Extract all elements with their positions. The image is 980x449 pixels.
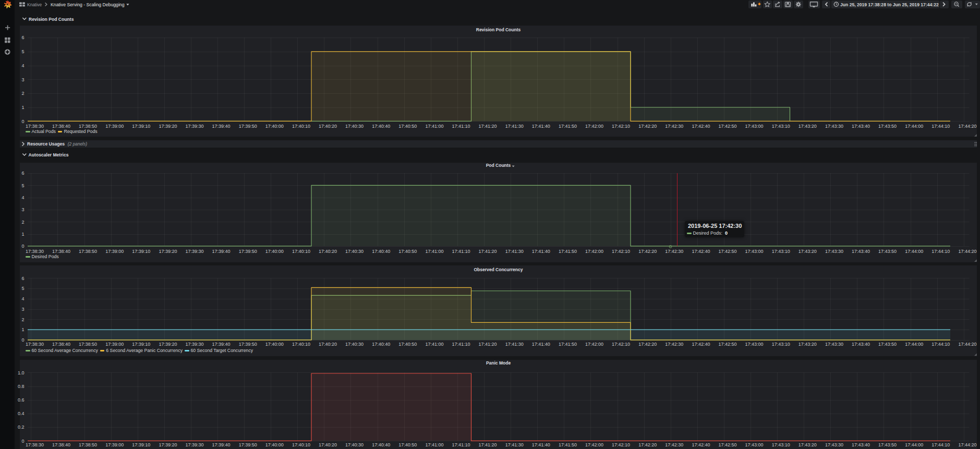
svg-text:1: 1 bbox=[21, 232, 24, 237]
svg-text:17:41:50: 17:41:50 bbox=[559, 342, 577, 347]
svg-text:17:38:30: 17:38:30 bbox=[26, 124, 44, 129]
svg-text:2: 2 bbox=[21, 91, 24, 96]
svg-text:17:39:10: 17:39:10 bbox=[132, 249, 150, 254]
svg-text:17:43:00: 17:43:00 bbox=[745, 249, 764, 254]
svg-text:17:41:40: 17:41:40 bbox=[532, 249, 550, 254]
svg-text:1: 1 bbox=[21, 105, 24, 110]
svg-text:17:42:20: 17:42:20 bbox=[638, 442, 657, 447]
svg-text:17:40:00: 17:40:00 bbox=[265, 442, 284, 447]
svg-text:17:41:20: 17:41:20 bbox=[479, 249, 497, 254]
svg-text:17:40:30: 17:40:30 bbox=[345, 442, 364, 447]
svg-text:17:42:00: 17:42:00 bbox=[585, 442, 603, 447]
svg-text:17:40:50: 17:40:50 bbox=[398, 442, 417, 447]
svg-text:17:39:00: 17:39:00 bbox=[105, 124, 124, 129]
svg-text:17:42:00: 17:42:00 bbox=[585, 124, 603, 129]
svg-text:17:43:30: 17:43:30 bbox=[825, 249, 843, 254]
svg-text:17:40:20: 17:40:20 bbox=[319, 442, 337, 447]
svg-text:17:42:00: 17:42:00 bbox=[585, 342, 603, 347]
svg-text:17:42:30: 17:42:30 bbox=[665, 249, 683, 254]
svg-text:17:41:20: 17:41:20 bbox=[479, 342, 497, 347]
svg-text:17:41:10: 17:41:10 bbox=[452, 442, 470, 447]
svg-text:17:38:40: 17:38:40 bbox=[52, 442, 70, 447]
svg-text:17:43:00: 17:43:00 bbox=[745, 342, 764, 347]
svg-text:17:43:40: 17:43:40 bbox=[852, 249, 870, 254]
svg-text:17:38:30: 17:38:30 bbox=[26, 249, 44, 254]
svg-text:17:41:30: 17:41:30 bbox=[505, 124, 524, 129]
svg-text:5: 5 bbox=[21, 49, 24, 54]
svg-text:17:39:10: 17:39:10 bbox=[132, 124, 150, 129]
svg-text:17:44:10: 17:44:10 bbox=[931, 442, 950, 447]
svg-text:17:44:00: 17:44:00 bbox=[905, 442, 923, 447]
svg-text:17:43:50: 17:43:50 bbox=[878, 124, 897, 129]
svg-text:17:41:20: 17:41:20 bbox=[479, 442, 497, 447]
svg-text:17:44:00: 17:44:00 bbox=[905, 342, 923, 347]
svg-text:17:42:10: 17:42:10 bbox=[612, 249, 630, 254]
svg-text:17:39:30: 17:39:30 bbox=[185, 124, 203, 129]
svg-text:17:42:50: 17:42:50 bbox=[718, 124, 736, 129]
svg-text:17:42:30: 17:42:30 bbox=[665, 124, 683, 129]
svg-text:17:41:30: 17:41:30 bbox=[505, 442, 524, 447]
svg-text:17:43:20: 17:43:20 bbox=[798, 442, 817, 447]
svg-text:17:40:40: 17:40:40 bbox=[372, 249, 390, 254]
svg-text:17:41:00: 17:41:00 bbox=[425, 124, 443, 129]
svg-text:17:42:00: 17:42:00 bbox=[585, 249, 603, 254]
svg-text:0.2: 0.2 bbox=[18, 424, 25, 430]
svg-text:17:43:00: 17:43:00 bbox=[745, 442, 764, 447]
svg-text:17:41:50: 17:41:50 bbox=[559, 249, 577, 254]
svg-text:17:41:40: 17:41:40 bbox=[532, 342, 550, 347]
svg-text:6: 6 bbox=[21, 35, 24, 40]
svg-text:17:39:30: 17:39:30 bbox=[185, 249, 203, 254]
svg-text:17:40:30: 17:40:30 bbox=[345, 342, 364, 347]
svg-text:17:40:00: 17:40:00 bbox=[265, 249, 284, 254]
svg-text:17:39:50: 17:39:50 bbox=[239, 124, 257, 129]
svg-text:17:44:10: 17:44:10 bbox=[931, 124, 950, 129]
svg-text:17:38:50: 17:38:50 bbox=[79, 442, 97, 447]
svg-text:17:42:30: 17:42:30 bbox=[665, 342, 683, 347]
svg-text:17:40:40: 17:40:40 bbox=[372, 442, 390, 447]
svg-text:17:41:40: 17:41:40 bbox=[532, 124, 550, 129]
svg-text:17:40:10: 17:40:10 bbox=[292, 124, 310, 129]
svg-text:17:39:10: 17:39:10 bbox=[132, 442, 150, 447]
svg-text:17:44:10: 17:44:10 bbox=[931, 342, 950, 347]
svg-text:17:39:40: 17:39:40 bbox=[212, 124, 231, 129]
svg-text:17:44:20: 17:44:20 bbox=[958, 342, 976, 347]
svg-text:17:40:40: 17:40:40 bbox=[372, 124, 390, 129]
svg-text:17:38:40: 17:38:40 bbox=[52, 249, 70, 254]
svg-text:17:43:20: 17:43:20 bbox=[798, 124, 817, 129]
svg-text:17:43:50: 17:43:50 bbox=[878, 249, 897, 254]
svg-text:17:42:40: 17:42:40 bbox=[692, 342, 710, 347]
svg-text:17:43:30: 17:43:30 bbox=[825, 124, 843, 129]
svg-text:17:40:30: 17:40:30 bbox=[345, 249, 364, 254]
svg-text:17:40:50: 17:40:50 bbox=[398, 124, 417, 129]
svg-text:17:38:50: 17:38:50 bbox=[79, 342, 97, 347]
svg-text:17:39:20: 17:39:20 bbox=[159, 249, 177, 254]
svg-text:17:44:20: 17:44:20 bbox=[958, 124, 976, 129]
svg-text:17:39:40: 17:39:40 bbox=[212, 342, 231, 347]
svg-text:17:42:20: 17:42:20 bbox=[638, 342, 657, 347]
svg-text:17:40:10: 17:40:10 bbox=[292, 249, 310, 254]
svg-text:17:38:30: 17:38:30 bbox=[26, 342, 44, 347]
svg-text:17:38:50: 17:38:50 bbox=[79, 124, 97, 129]
svg-text:17:42:50: 17:42:50 bbox=[718, 249, 736, 254]
svg-text:17:41:00: 17:41:00 bbox=[425, 342, 443, 347]
svg-text:17:41:00: 17:41:00 bbox=[425, 249, 443, 254]
svg-text:17:40:40: 17:40:40 bbox=[372, 342, 390, 347]
svg-text:17:41:20: 17:41:20 bbox=[479, 124, 497, 129]
svg-text:1: 1 bbox=[21, 327, 24, 332]
svg-text:17:41:30: 17:41:30 bbox=[505, 249, 524, 254]
svg-text:17:44:00: 17:44:00 bbox=[905, 249, 923, 254]
svg-text:17:39:40: 17:39:40 bbox=[212, 249, 231, 254]
svg-text:17:41:40: 17:41:40 bbox=[532, 442, 550, 447]
svg-text:6: 6 bbox=[21, 171, 24, 176]
svg-text:17:39:20: 17:39:20 bbox=[159, 442, 177, 447]
svg-text:17:40:50: 17:40:50 bbox=[398, 342, 417, 347]
svg-text:17:42:10: 17:42:10 bbox=[612, 342, 630, 347]
svg-text:17:39:40: 17:39:40 bbox=[212, 442, 231, 447]
svg-text:17:44:00: 17:44:00 bbox=[905, 124, 923, 129]
svg-text:17:43:40: 17:43:40 bbox=[852, 442, 870, 447]
svg-text:17:42:40: 17:42:40 bbox=[692, 124, 710, 129]
svg-text:17:38:40: 17:38:40 bbox=[52, 124, 70, 129]
svg-text:17:39:20: 17:39:20 bbox=[159, 342, 177, 347]
svg-text:17:43:10: 17:43:10 bbox=[772, 342, 790, 347]
svg-text:17:43:50: 17:43:50 bbox=[878, 342, 897, 347]
